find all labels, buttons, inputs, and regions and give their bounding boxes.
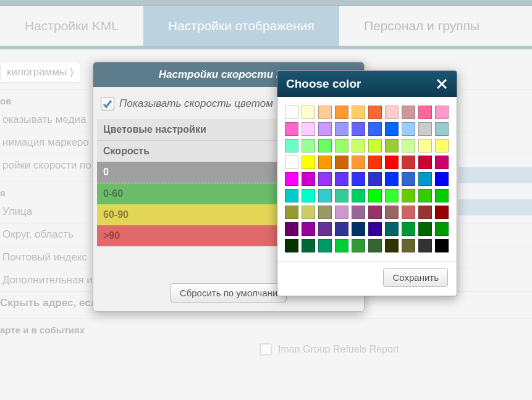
show-speed-label: Показывать скорость цветом [119, 98, 273, 110]
color-swatch[interactable] [368, 206, 382, 219]
color-swatch[interactable] [352, 139, 365, 152]
color-swatch[interactable] [368, 106, 382, 119]
color-swatch[interactable] [318, 206, 332, 219]
color-dialog-title: Choose color [286, 77, 361, 91]
color-swatch[interactable] [385, 156, 399, 169]
color-swatch[interactable] [302, 106, 315, 119]
color-swatch[interactable] [335, 122, 348, 136]
color-swatch[interactable] [368, 239, 382, 252]
color-swatch[interactable] [302, 189, 315, 202]
color-swatch[interactable] [418, 106, 432, 119]
color-swatch[interactable] [402, 222, 415, 236]
color-swatch[interactable] [368, 172, 382, 186]
color-swatch[interactable] [368, 222, 382, 236]
color-swatch[interactable] [285, 172, 298, 186]
color-swatch[interactable] [285, 139, 298, 152]
color-swatch[interactable] [368, 139, 382, 152]
color-swatch[interactable] [285, 206, 298, 219]
color-swatch[interactable] [435, 189, 449, 202]
color-swatch[interactable] [352, 156, 365, 169]
color-swatch[interactable] [402, 189, 415, 202]
color-swatch[interactable] [352, 172, 365, 186]
color-swatch[interactable] [385, 122, 399, 136]
color-swatch[interactable] [385, 139, 399, 152]
color-swatch[interactable] [368, 122, 382, 136]
color-swatch[interactable] [402, 106, 415, 119]
color-swatch[interactable] [418, 139, 432, 152]
color-swatch[interactable] [335, 106, 348, 119]
color-picker-dialog: Choose color Сохранить [277, 70, 457, 296]
color-swatch[interactable] [418, 239, 432, 252]
color-swatch[interactable] [302, 222, 315, 236]
color-swatch[interactable] [402, 156, 415, 169]
color-swatch[interactable] [418, 189, 432, 202]
color-swatch[interactable] [318, 189, 332, 202]
color-swatch[interactable] [402, 122, 415, 136]
color-swatch[interactable] [285, 106, 298, 119]
color-swatch[interactable] [335, 156, 348, 169]
color-swatch[interactable] [402, 206, 415, 219]
close-icon[interactable] [436, 78, 448, 90]
color-swatch[interactable] [352, 206, 365, 219]
color-swatch[interactable] [435, 206, 449, 219]
color-swatch[interactable] [302, 206, 315, 219]
color-swatch[interactable] [435, 172, 449, 186]
checkbox-checked-icon [101, 97, 114, 110]
color-swatch[interactable] [285, 122, 298, 136]
color-swatch[interactable] [352, 222, 365, 236]
color-swatch[interactable] [285, 189, 298, 202]
color-swatch[interactable] [418, 222, 432, 236]
color-swatch[interactable] [302, 122, 315, 136]
color-swatch[interactable] [318, 122, 332, 136]
color-swatch[interactable] [285, 156, 298, 169]
color-swatch[interactable] [318, 172, 332, 186]
color-swatch[interactable] [335, 189, 348, 202]
color-swatch[interactable] [385, 106, 399, 119]
color-swatch[interactable] [302, 156, 315, 169]
color-swatch[interactable] [435, 139, 449, 152]
color-swatch[interactable] [385, 189, 399, 202]
color-swatch[interactable] [402, 139, 415, 152]
color-swatch[interactable] [318, 222, 332, 236]
color-swatch[interactable] [385, 206, 399, 219]
color-swatch[interactable] [318, 139, 332, 152]
color-swatch[interactable] [418, 206, 432, 219]
color-swatch[interactable] [435, 106, 449, 119]
color-swatch[interactable] [402, 239, 415, 252]
color-swatch[interactable] [385, 222, 399, 236]
color-grid [277, 97, 457, 261]
color-swatch[interactable] [385, 172, 399, 186]
color-swatch[interactable] [302, 239, 315, 252]
reset-defaults-button[interactable]: Сбросить по умолчани [171, 283, 287, 302]
color-swatch[interactable] [318, 239, 332, 252]
color-swatch[interactable] [418, 122, 432, 136]
color-swatch[interactable] [335, 139, 348, 152]
color-swatch[interactable] [418, 172, 432, 186]
color-swatch[interactable] [302, 172, 315, 186]
color-swatch[interactable] [318, 106, 332, 119]
color-swatch[interactable] [335, 239, 348, 252]
color-swatch[interactable] [352, 122, 365, 136]
color-swatch[interactable] [435, 122, 449, 136]
color-swatch[interactable] [335, 206, 348, 219]
color-swatch[interactable] [368, 156, 382, 169]
color-swatch[interactable] [335, 172, 348, 186]
color-swatch[interactable] [385, 239, 399, 252]
color-swatch[interactable] [418, 156, 432, 169]
color-swatch[interactable] [435, 222, 449, 236]
color-swatch[interactable] [435, 239, 449, 252]
color-swatch[interactable] [352, 106, 365, 119]
color-swatch[interactable] [335, 222, 348, 236]
color-swatch[interactable] [368, 189, 382, 202]
save-button[interactable]: Сохранить [383, 268, 448, 287]
show-speed-color-checkbox[interactable]: Показывать скорость цветом [101, 97, 273, 110]
color-swatch[interactable] [435, 156, 449, 169]
color-swatch[interactable] [352, 189, 365, 202]
color-swatch[interactable] [285, 222, 298, 236]
color-swatch[interactable] [402, 172, 415, 186]
color-swatch[interactable] [318, 156, 332, 169]
color-swatch[interactable] [352, 239, 365, 252]
color-swatch[interactable] [302, 139, 315, 152]
color-swatch[interactable] [285, 239, 298, 252]
